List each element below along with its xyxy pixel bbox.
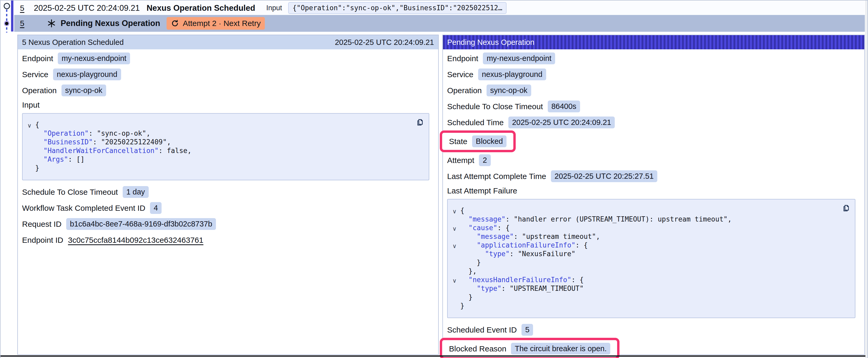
field-label: Endpoint: [447, 54, 478, 63]
event-timestamp: 2025-02-25 UTC 20:24:09.21: [34, 3, 140, 13]
event-marker-open-icon: [4, 3, 10, 9]
event-id-link[interactable]: 5: [20, 4, 25, 12]
code-line: }: [35, 164, 39, 172]
field-request-id: Request ID b1c6a4bc-8ee7-468a-9169-df3b0…: [22, 216, 433, 232]
code-line: },: [460, 267, 477, 275]
gutter: [451, 259, 460, 268]
pending-panel-body: Endpoint my-nexus-endpoint Service nexus…: [443, 50, 864, 358]
field-label: Request ID: [22, 220, 61, 229]
gutter: [26, 165, 35, 173]
field-label: Input: [22, 100, 40, 109]
field-value-chip: 2: [479, 154, 491, 166]
endpoint-id-link[interactable]: 3c0c75ccfa8144b092c13ce632463761: [68, 236, 203, 245]
scheduled-event-panel: 5 Nexus Operation Scheduled 2025-02-25 U…: [17, 35, 439, 355]
pending-operation-panel: Pending Nexus Operation Endpoint my-nexu…: [442, 35, 865, 355]
gutter: [451, 233, 460, 242]
gutter: [26, 147, 35, 156]
gutter: [451, 216, 460, 224]
field-label: State: [449, 137, 467, 146]
field-label: Schedule To Close Timeout: [22, 188, 118, 197]
field-endpoint: Endpoint my-nexus-endpoint: [22, 51, 433, 66]
field-last-attempt-failure: Last Attempt Failure: [447, 184, 860, 197]
gutter: [26, 130, 35, 138]
field-value-chip: nexus-playground: [478, 68, 546, 80]
json-code: ∨{ "Operation": "sync-op-ok", "BusinessI…: [26, 121, 410, 172]
code-line: "cause": {: [460, 224, 510, 232]
bottom-edge-line: [1, 355, 867, 357]
code-line: "type": "UPSTREAM_TIMEOUT": [460, 284, 584, 293]
retry-status-badge: Attempt 2 · Next Retry: [166, 17, 265, 30]
field-scheduled-time: Scheduled Time 2025-02-25 UTC 20:24:09.2…: [447, 115, 860, 130]
input-label: Input: [266, 4, 282, 12]
code-line: "HandlerWaitForCancellation": false,: [35, 147, 191, 155]
field-value-chip: 86400s: [548, 100, 580, 112]
json-code: ∨{ "message": "handler error (UPSTREAM_T…: [451, 206, 836, 310]
field-endpoint-id: Endpoint ID 3c0c75ccfa8144b092c13ce63246…: [22, 232, 433, 248]
pending-panel-header: Pending Nexus Operation: [443, 35, 864, 50]
scheduled-panel-header: 5 Nexus Operation Scheduled 2025-02-25 U…: [18, 35, 438, 50]
field-label: Scheduled Time: [447, 118, 504, 127]
field-schedule-to-close-timeout: Schedule To Close Timeout 86400s: [447, 98, 860, 115]
code-line: "applicationFailureInfo": {: [460, 241, 588, 250]
scheduled-panel-body: Endpoint my-nexus-endpoint Service nexus…: [18, 50, 438, 354]
scrollbar[interactable]: [865, 1, 867, 358]
field-label: Schedule To Close Timeout: [447, 102, 543, 111]
code-line: "Args": []: [35, 155, 85, 164]
field-label: Workflow Task Completed Event ID: [22, 204, 145, 213]
gutter: [451, 250, 460, 259]
copy-button[interactable]: [415, 117, 425, 128]
field-value-chip: my-nexus-endpoint: [58, 53, 130, 64]
field-input: Input: [22, 98, 433, 111]
gutter: [26, 156, 35, 165]
field-label: Last Attempt Complete Time: [447, 172, 546, 181]
field-value-chip: 5: [522, 324, 533, 336]
code-line: "message": "upstream timeout",: [460, 232, 600, 241]
input-preview-chip[interactable]: {"Operation":"sync-op-ok","BusinessID":"…: [288, 2, 506, 14]
field-value-chip: my-nexus-endpoint: [483, 53, 555, 64]
field-value-chip: sync-op-ok: [61, 85, 106, 96]
field-last-attempt-complete-time: Last Attempt Complete Time 2025-02-25 UT…: [447, 168, 860, 184]
gutter: [451, 285, 460, 294]
timeline-rail: [1, 1, 14, 34]
gutter: [26, 138, 35, 147]
collapse-chevron-icon[interactable]: ∨: [451, 242, 460, 250]
field-value-chip: nexus-playground: [53, 68, 121, 80]
pending-event-title: Pending Nexus Operation: [61, 19, 160, 28]
event-marker-dot-icon: [4, 21, 9, 26]
field-value-chip: 1 day: [123, 186, 149, 198]
blocked-reason-value-chip: The circuit breaker is open.: [511, 343, 610, 355]
field-label: Blocked Reason: [449, 344, 506, 353]
collapse-chevron-icon[interactable]: ∨: [451, 207, 460, 216]
copy-button[interactable]: [841, 203, 851, 214]
retry-badge-label: Attempt 2 · Next Retry: [183, 19, 261, 28]
code-line: "Operation": "sync-op-ok",: [35, 129, 150, 138]
event-history-screen: 5 2025-02-25 UTC 20:24:09.21 Nexus Opera…: [0, 0, 868, 358]
field-endpoint: Endpoint my-nexus-endpoint: [447, 51, 860, 66]
field-blocked-reason: Blocked Reason The circuit breaker is op…: [447, 338, 860, 358]
event-row-pending[interactable]: 5 Pending Nexus Operation Attempt 2 · Ne…: [14, 15, 865, 32]
event-id-link[interactable]: 5: [20, 19, 25, 28]
code-line: }: [460, 301, 464, 310]
state-highlight-box: State Blocked: [440, 130, 516, 152]
code-line: {: [35, 121, 39, 129]
field-label: Last Attempt Failure: [447, 186, 517, 195]
collapse-chevron-icon[interactable]: ∨: [451, 224, 460, 233]
field-label: Scheduled Event ID: [447, 325, 517, 334]
event-rows: 5 2025-02-25 UTC 20:24:09.21 Nexus Opera…: [14, 1, 865, 32]
code-line: "nexusHandlerFailureInfo": {: [460, 275, 584, 284]
field-service: Service nexus-playground: [22, 66, 433, 83]
field-schedule-to-close-timeout: Schedule To Close Timeout 1 day: [22, 184, 433, 200]
collapse-chevron-icon[interactable]: ∨: [26, 121, 35, 130]
selected-events-bar: [11, 1, 13, 32]
field-value-chip: 2025-02-25 UTC 20:25:27.51: [551, 170, 657, 182]
code-line: {: [460, 206, 464, 215]
gutter: [451, 268, 460, 276]
event-row-scheduled[interactable]: 5 2025-02-25 UTC 20:24:09.21 Nexus Opera…: [14, 1, 865, 15]
field-value-chip: b1c6a4bc-8ee7-468a-9169-df3b02c8737b: [66, 218, 216, 230]
collapse-chevron-icon[interactable]: ∨: [451, 276, 460, 285]
field-value-chip: 2025-02-25 UTC 20:24:09.21: [508, 117, 615, 128]
field-attempt: Attempt 2: [447, 152, 860, 168]
field-label: Operation: [447, 86, 482, 95]
code-line: "type": "NexusFailure": [460, 250, 575, 258]
event-title: Nexus Operation Scheduled: [147, 3, 255, 13]
